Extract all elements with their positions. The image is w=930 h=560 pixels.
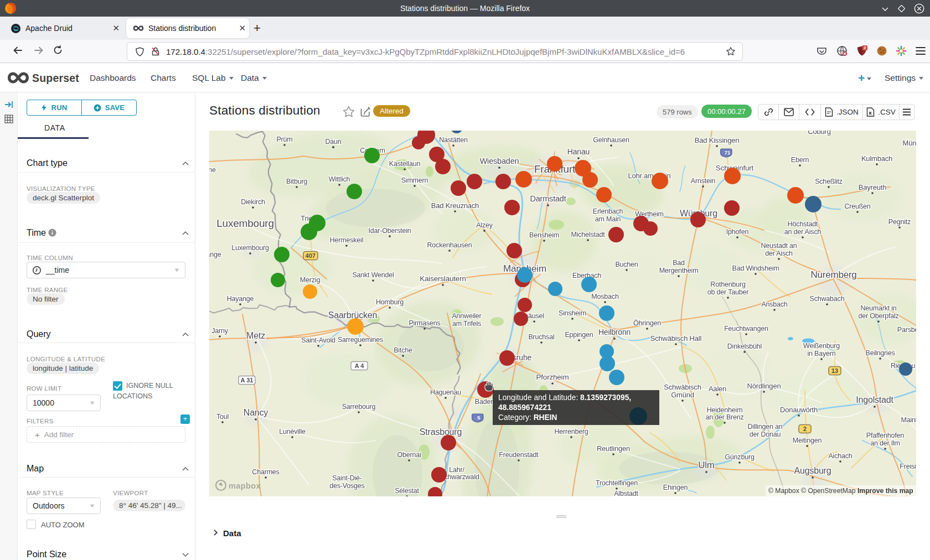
svg-text:Bruchsal: Bruchsal [528, 333, 554, 341]
svg-text:Pforzheim: Pforzheim [536, 373, 569, 381]
svg-text:2: 2 [803, 426, 807, 432]
svg-text:Sélestat: Sélestat [395, 487, 419, 495]
svg-text:Kulmbach: Kulmbach [861, 154, 892, 163]
svg-text:Lunéville: Lunéville [279, 428, 306, 435]
svg-text:A 31: A 31 [241, 377, 254, 383]
svg-text:Saint-Dié-: Saint-Dié- [332, 474, 362, 482]
svg-text:Ebern: Ebern [791, 156, 809, 164]
svg-text:mapbox: mapbox [229, 481, 261, 490]
svg-text:Bitburg: Bitburg [286, 178, 307, 185]
svg-text:Öhringen: Öhringen [633, 319, 661, 327]
svg-text:der Donau: der Donau [750, 431, 781, 438]
svg-text:an der Ilm: an der Ilm [870, 439, 900, 447]
svg-text:Strasbourg: Strasbourg [420, 427, 462, 437]
svg-text:ange: ange [209, 251, 221, 258]
svg-text:Trochtelfingen: Trochtelfingen [596, 479, 638, 487]
svg-text:am Trifels: am Trifels [452, 320, 481, 328]
svg-text:Saarbrücken: Saarbrücken [328, 310, 378, 320]
svg-text:71: 71 [725, 149, 731, 155]
svg-text:Simmern: Simmern [401, 177, 428, 184]
svg-text:Beilngries: Beilngries [866, 349, 895, 357]
svg-text:Mainb: Mainb [901, 416, 916, 424]
svg-text:Schwäbisch Hall: Schwäbisch Hall [650, 334, 702, 343]
svg-text:2: 2 [864, 45, 866, 50]
svg-text:Toul: Toul [216, 413, 229, 421]
svg-text:Heilbronn: Heilbronn [598, 328, 631, 336]
svg-text:Saint-Avold: Saint-Avold [301, 336, 335, 344]
svg-text:Prüm: Prüm [276, 136, 292, 143]
svg-text:13: 13 [831, 367, 838, 374]
svg-text:Sarreguemines: Sarreguemines [338, 336, 383, 344]
svg-text:in Bayern: in Bayern [807, 350, 835, 357]
svg-text:Schwäbisch: Schwäbisch [664, 383, 701, 391]
svg-text:Augsburg: Augsburg [794, 466, 831, 475]
svg-text:5: 5 [477, 414, 480, 421]
svg-text:Herrenberg: Herrenberg [554, 428, 588, 435]
svg-text:Gelnhausen: Gelnhausen [593, 136, 629, 144]
svg-text:Lahr/: Lahr/ [449, 466, 464, 474]
svg-text:Parsbe: Parsbe [897, 326, 916, 334]
svg-text:Pegnitz: Pegnitz [888, 218, 911, 226]
svg-text:Ansbach: Ansbach [761, 300, 787, 308]
svg-text:Erlenbach: Erlenbach [593, 208, 623, 215]
svg-text:Schwabach: Schwabach [810, 295, 845, 303]
svg-text:Wittlich: Wittlich [329, 175, 350, 183]
svg-text:407: 407 [306, 252, 316, 259]
svg-text:am Main: am Main [595, 215, 621, 223]
svg-text:der Aisch: der Aisch [765, 250, 793, 257]
svg-text:ne: ne [209, 166, 216, 174]
svg-text:Meitingen: Meitingen [793, 437, 822, 444]
svg-text:Bad Kissingen: Bad Kissingen [695, 136, 740, 144]
svg-text:Ingolstadt: Ingolstadt [856, 395, 893, 405]
svg-text:Nuremberg: Nuremberg [810, 269, 856, 280]
svg-text:Luxembourg: Luxembourg [231, 244, 269, 252]
svg-text:Creußen: Creußen [844, 203, 870, 210]
svg-text:Weißenburg: Weißenburg [803, 342, 840, 350]
svg-text:Pirmasens: Pirmasens [409, 319, 440, 327]
svg-text:Neumarkt in: Neumarkt in [860, 304, 896, 312]
svg-text:Mergentheim: Mergentheim [659, 267, 699, 274]
svg-text:Gmünd: Gmünd [671, 391, 694, 399]
svg-text:Longitude and Latitude: 8.1359: Longitude and Latitude: 8.1359273095, [498, 393, 631, 402]
svg-text:Buchen: Buchen [615, 261, 638, 268]
svg-text:ob der Tauber: ob der Tauber [707, 288, 748, 296]
svg-text:Donauwörth: Donauwörth [780, 406, 818, 414]
svg-text:Pfaffenhofen: Pfaffenhofen [866, 432, 905, 439]
svg-text:Reutlingen: Reutlingen [597, 444, 630, 453]
svg-text:Albstadt: Albstadt [614, 490, 638, 496]
svg-text:Günzburg: Günzburg [725, 453, 755, 461]
svg-text:Diekirch: Diekirch [241, 198, 265, 206]
svg-text:Freisi: Freisi [900, 463, 916, 470]
svg-text:an der Brenz: an der Brenz [705, 413, 743, 421]
svg-text:Kastellaun: Kastellaun [389, 160, 421, 168]
svg-text:Merzig: Merzig [300, 276, 321, 284]
svg-text:Sarrebourg: Sarrebourg [342, 403, 376, 411]
svg-text:Bad Kreuznach: Bad Kreuznach [431, 201, 479, 210]
svg-text:Neustadt an: Neustadt an [761, 242, 797, 250]
svg-text:an der Aisch: an der Aisch [784, 228, 822, 236]
svg-text:Rothenburg: Rothenburg [710, 281, 746, 288]
svg-text:Ehingen: Ehingen [663, 484, 688, 491]
svg-text:Annweiler: Annweiler [452, 312, 481, 320]
svg-text:Category: RHEIN: Category: RHEIN [498, 413, 557, 422]
svg-text:Hanau: Hanau [567, 147, 590, 156]
svg-text:Dillingen an: Dillingen an [748, 423, 783, 431]
svg-text:Sankt Wendel: Sankt Wendel [352, 271, 394, 279]
svg-text:Luxembourg: Luxembourg [216, 217, 274, 229]
svg-text:Coburg: Coburg [808, 131, 830, 136]
svg-text:© Mapbox © OpenStreetMap Impro: © Mapbox © OpenStreetMap Improve this ma… [768, 487, 913, 495]
svg-text:Höchstadt: Höchstadt [788, 220, 818, 228]
svg-text:Bad Windsheim: Bad Windsheim [732, 265, 779, 272]
svg-text:Münc: Münc [903, 139, 917, 147]
svg-text:Nancy: Nancy [244, 408, 268, 417]
svg-text:Freudenstadt: Freudenstadt [499, 451, 539, 459]
svg-text:Nastätten: Nastätten [439, 136, 468, 144]
svg-text:Aalen: Aalen [709, 385, 726, 393]
svg-text:der Oberpfalz: der Oberpfalz [858, 312, 898, 320]
svg-text:Ulm: Ulm [698, 460, 715, 470]
svg-text:Jarny: Jarny [211, 327, 229, 335]
svg-text:Iphofen: Iphofen [726, 228, 749, 236]
svg-text:Alzey: Alzey [476, 221, 493, 229]
svg-text:Feuchtwangen: Feuchtwangen [724, 325, 768, 333]
svg-text:Homburg: Homburg [376, 298, 404, 306]
